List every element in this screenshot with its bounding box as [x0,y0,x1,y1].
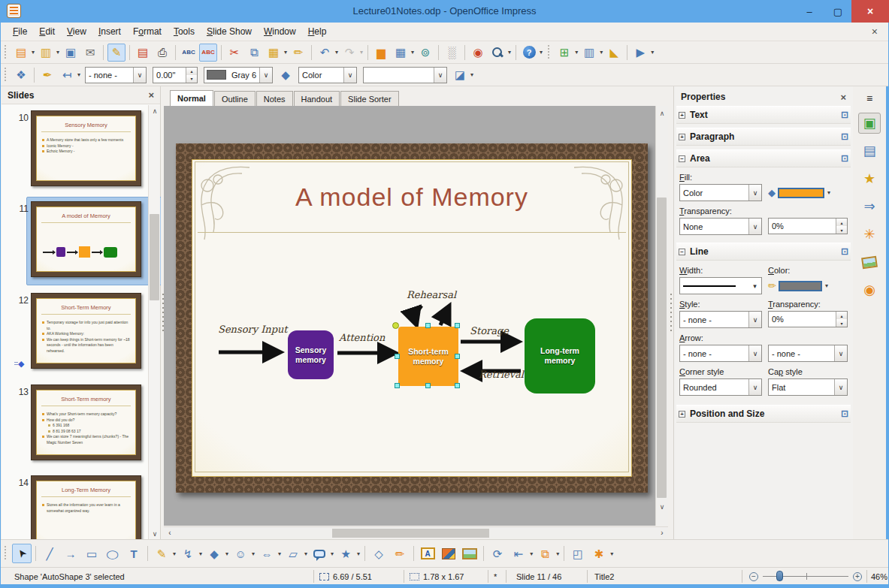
short-term-memory-box[interactable]: Short-term memory [398,327,458,386]
transparency-spinner[interactable]: 0%▴▾ [768,218,848,234]
zoom-in-icon[interactable]: + [853,572,862,581]
insert-table-button[interactable]: ▦ [392,44,410,62]
help-button[interactable]: ? [520,44,538,62]
fill-color-swatch[interactable] [778,188,824,198]
label-rehearsal[interactable]: Rehearsal [407,289,456,300]
slide-thumbnail-12[interactable]: Short-Term Memory Temporary storage for … [31,293,141,369]
spinner-arrows[interactable]: ▴▾ [186,68,197,83]
close-document-icon[interactable]: × [872,26,878,38]
sidebar-tab-navigator[interactable]: ◉ [858,279,881,300]
stars-dropdown[interactable]: ▾ [357,550,360,557]
selection-handle-top[interactable] [425,323,431,328]
menu-view[interactable]: View [61,24,92,39]
combo-arrow-icon[interactable]: ∨ [133,68,146,83]
line-transparency-spinner[interactable]: 0%▴▾ [768,311,848,327]
tab-notes[interactable]: Notes [256,91,293,106]
label-retrieval[interactable]: Retrieval [479,369,524,380]
arrow-tool[interactable]: → [61,544,80,563]
dialog-launcher-icon[interactable]: ⊡ [841,153,848,164]
menu-edit[interactable]: Edit [33,24,61,39]
presentation-toolbar-grip[interactable] [546,45,552,60]
fill-type-combobox[interactable]: Color∨ [679,184,762,201]
callouts-tool[interactable] [310,544,329,563]
save-button[interactable]: ▣ [62,44,80,62]
menu-insert[interactable]: Insert [92,24,127,39]
open-button[interactable]: ▥ [37,44,55,62]
combo-arrow-icon[interactable]: ∨ [343,68,356,83]
sidebar-tab-master-pages[interactable]: ▤ [858,140,881,161]
spin-down-icon[interactable]: ▾ [836,319,847,327]
slide-design-button[interactable]: ◣ [605,44,623,62]
expand-icon[interactable]: + [679,134,685,140]
combo-arrow-icon[interactable]: ∨ [259,68,272,83]
zoom-slider[interactable]: − + [748,568,865,585]
slide-thumbnail-10[interactable]: Sensory Memory A Memory store that lasts… [31,110,141,186]
scroll-up-icon[interactable]: ∧ [149,105,161,116]
combo-arrow-icon[interactable]: ▾ [748,278,761,294]
toolbar-grip[interactable] [3,546,8,561]
line-color-combobox[interactable]: Gray 6∨ [204,67,273,83]
presentation-toolbar-overflow[interactable]: ▾ [651,49,654,56]
new-slide-dropdown[interactable]: ▾ [575,49,578,56]
sidebar-tab-gallery[interactable] [858,252,881,273]
tab-slide-sorter[interactable]: Slide Sorter [340,91,398,106]
slides-panel-close-icon[interactable]: × [148,89,154,101]
cap-style-combobox[interactable]: Flat∨ [768,378,848,396]
paste-button[interactable]: ▦ [265,44,283,62]
drawbar-overflow[interactable]: ▾ [610,550,613,557]
glue-points-button[interactable]: ✏ [390,544,410,563]
area-color-combobox[interactable]: ∨ [363,67,447,83]
selection-handle-top-right[interactable] [455,323,460,328]
collapse-icon[interactable]: − [679,249,685,255]
sidebar-tab-styles[interactable]: ✳ [858,224,881,245]
slides-panel-scrollbar[interactable]: ∧ ∨ [148,105,160,539]
expand-icon[interactable]: + [679,112,685,119]
auto-spellcheck-button[interactable]: ABC [199,44,217,62]
transparency-type-combobox[interactable]: None∨ [679,218,762,235]
animation-indicator-icon[interactable] [18,359,29,369]
copy-button[interactable]: ⧉ [245,44,263,62]
line-toolbar-overflow[interactable]: ▾ [470,71,473,78]
combo-arrow-icon[interactable]: ∨ [834,345,847,361]
scrollbar-thumb[interactable] [657,198,667,498]
redo-button[interactable]: ↷ [340,44,358,62]
scroll-right-icon[interactable]: › [656,529,668,537]
spin-up-icon[interactable]: ▴ [186,68,197,75]
menu-tools[interactable]: Tools [168,24,201,39]
fill-color-control[interactable]: ◆▾ [768,184,848,201]
arrow-style-dropdown[interactable]: ▾ [77,71,80,78]
undo-button[interactable]: ↶ [316,44,334,62]
zoom-out-icon[interactable]: − [749,572,758,581]
scroll-down-icon[interactable]: ∨ [149,528,161,539]
redo-dropdown[interactable]: ▾ [360,49,363,56]
interaction-button[interactable]: ✱ [589,544,609,563]
adjust-handle[interactable] [392,322,399,329]
arrow-start-combobox[interactable]: - none -∨ [679,345,762,362]
hyperlink-button[interactable]: ⊚ [416,44,434,62]
selection-handle-bottom-left[interactable] [395,383,400,388]
combo-arrow-icon[interactable]: ∨ [834,379,847,395]
connector-tool[interactable]: ↯ [178,544,198,563]
new-dropdown[interactable]: ▾ [32,49,35,56]
dialog-launcher-icon[interactable]: ⊡ [841,131,848,142]
alignment-button[interactable]: ⇤ [509,544,528,563]
open-dropdown[interactable]: ▾ [56,49,59,56]
styles-window-button[interactable]: ❖ [12,66,30,84]
dialog-launcher-icon[interactable]: ⊡ [841,409,848,419]
spellcheck-button[interactable]: ABC [180,44,198,62]
line-color-dropdown[interactable]: ▾ [825,282,828,289]
sidebar-tab-slide-transition[interactable]: ⇒ [858,196,881,217]
slide-thumbnail-11[interactable]: A model of Memory [31,201,141,277]
fill-color-dropdown[interactable]: ▾ [827,189,830,196]
table-dropdown[interactable]: ▾ [411,49,414,56]
basic-shapes-tool[interactable]: ◆ [204,544,224,563]
spin-down-icon[interactable]: ▾ [836,226,847,234]
section-position-size[interactable]: + Position and Size ⊡ [676,405,851,423]
basic-shapes-dropdown[interactable]: ▾ [225,550,228,557]
edit-file-button[interactable]: ✎ [107,44,125,62]
canvas-horizontal-scrollbar[interactable]: ‹ › [164,526,668,538]
combo-arrow-icon[interactable]: ∨ [434,68,446,83]
slide-canvas[interactable]: A model of Memory [176,143,648,493]
block-arrows-dropdown[interactable]: ▾ [278,550,281,557]
menu-help[interactable]: Help [302,24,333,39]
